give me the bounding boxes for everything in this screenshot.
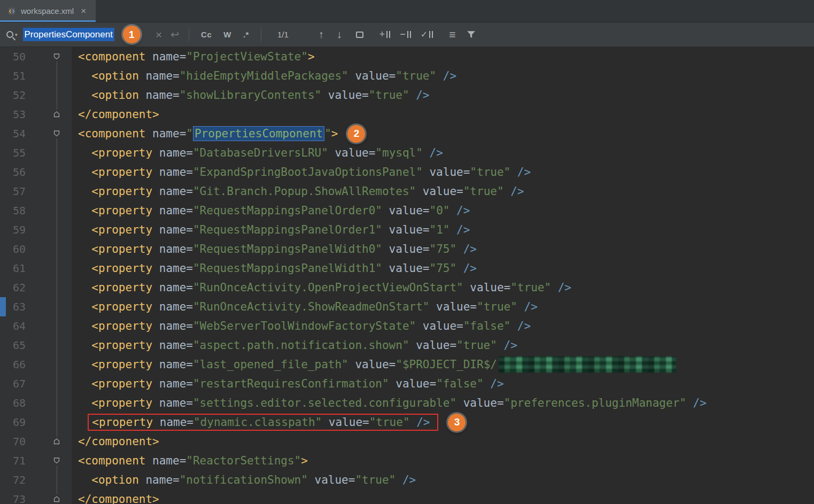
add-occurrence-icon[interactable]: + xyxy=(379,29,391,40)
line-number: 57 xyxy=(13,185,26,198)
clear-search-icon[interactable]: × xyxy=(156,28,162,41)
tab-close-icon[interactable]: × xyxy=(81,6,86,17)
code-line[interactable]: 56<property name="ExpandSpringBootJavaOp… xyxy=(0,162,814,182)
gutter-line-number[interactable]: 71 xyxy=(0,451,42,470)
code-line[interactable]: 65<property name="aspect.path.notificati… xyxy=(0,336,814,355)
search-input[interactable]: PropertiesComponent xyxy=(23,29,114,40)
regex-toggle[interactable]: .* xyxy=(243,30,249,39)
code-line[interactable]: 60<property name="RequestMappingsPanelWi… xyxy=(0,239,814,259)
code-token: value= xyxy=(456,397,504,409)
code-line[interactable]: 72<option name="notificationShown" value… xyxy=(0,470,814,490)
gutter-line-number[interactable]: 64 xyxy=(0,316,42,336)
caret-bars xyxy=(429,31,433,38)
next-occurrence-icon[interactable]: ↓ xyxy=(337,28,342,41)
gutter-line-number[interactable]: 62 xyxy=(0,278,42,297)
gutter-line-number[interactable]: 70 xyxy=(0,432,42,451)
gutter-line-number[interactable]: 52 xyxy=(0,86,42,105)
code-line[interactable]: 52<option name="showLibraryContents" val… xyxy=(0,86,814,105)
newline-icon[interactable]: ↩ xyxy=(170,28,179,41)
code-token: <property xyxy=(91,397,152,409)
gutter-line-number[interactable]: 68 xyxy=(0,393,42,413)
code-token: "1" xyxy=(429,223,449,236)
fold-marker-icon[interactable] xyxy=(42,105,72,124)
gutter-line-number[interactable]: 59 xyxy=(0,220,42,239)
prev-occurrence-icon[interactable]: ↑ xyxy=(319,28,324,41)
code-line[interactable]: 73</component> xyxy=(0,490,814,504)
line-number: 66 xyxy=(13,358,26,371)
gutter-line-number[interactable]: 60 xyxy=(0,239,42,259)
gutter-line-number[interactable]: 53 xyxy=(0,105,42,124)
code-line[interactable]: 54<component name="PropertiesComponent">… xyxy=(0,124,814,143)
gutter-line-number[interactable]: 67 xyxy=(0,374,42,393)
code-token: /> xyxy=(409,89,430,102)
code-token: "mysql" xyxy=(375,146,423,159)
match-case-toggle[interactable]: Cc xyxy=(201,30,212,39)
gutter-line-number[interactable]: 73 xyxy=(0,490,42,504)
gutter-fold-column xyxy=(42,470,72,490)
gutter-line-number[interactable]: 69 xyxy=(0,413,42,432)
fold-marker-icon[interactable] xyxy=(42,47,72,66)
code-line[interactable]: 69<property name="dynamic.classpath" val… xyxy=(0,413,814,432)
code-text: <property name="last_opened_file_path" v… xyxy=(72,355,676,374)
code-token: "restartRequiresConfirmation" xyxy=(193,377,389,390)
fold-marker-icon[interactable] xyxy=(42,451,72,470)
code-token: /> xyxy=(410,416,430,429)
code-line[interactable]: 59<property name="RequestMappingsPanelOr… xyxy=(0,220,814,239)
code-line[interactable]: 53</component> xyxy=(0,105,814,124)
code-text: <option name="showLibraryContents" value… xyxy=(72,86,430,105)
code-line[interactable]: 67<property name="restartRequiresConfirm… xyxy=(0,374,814,393)
gutter-line-number[interactable]: 66 xyxy=(0,355,42,374)
code-token: value= xyxy=(416,320,463,332)
code-token: /> xyxy=(510,320,531,332)
gutter-line-number[interactable]: 72 xyxy=(0,470,42,490)
code-token: name= xyxy=(152,223,193,236)
code-token: value= xyxy=(308,474,355,486)
gutter-line-number[interactable]: 51 xyxy=(0,66,42,86)
open-in-find-window-icon[interactable] xyxy=(356,32,363,38)
window-icon xyxy=(356,32,363,38)
code-line[interactable]: 50<component name="ProjectViewState"> xyxy=(0,47,814,66)
gutter-line-number[interactable]: 50 xyxy=(0,47,42,66)
gutter-line-number[interactable]: 61 xyxy=(0,259,42,278)
code-line[interactable]: 66<property name="last_opened_file_path"… xyxy=(0,355,814,374)
code-line[interactable]: 58<property name="RequestMappingsPanelOr… xyxy=(0,201,814,220)
view-options-icon[interactable]: ≡ xyxy=(449,28,455,41)
tab-workspace-xml[interactable]: workspace.xml × xyxy=(0,0,96,22)
code-line[interactable]: 63<property name="RunOnceActivity.ShowRe… xyxy=(0,297,814,316)
fold-marker-icon[interactable] xyxy=(42,490,72,504)
gutter-line-number[interactable]: 57 xyxy=(0,182,42,201)
gutter-line-number[interactable]: 54 xyxy=(0,124,42,143)
gutter-line-number[interactable]: 63 xyxy=(0,297,42,316)
remove-occurrence-icon[interactable]: − xyxy=(400,29,411,40)
gutter-line-number[interactable]: 58 xyxy=(0,201,42,220)
code-line[interactable]: 64<property name="WebServerToolWindowFac… xyxy=(0,316,814,336)
code-token: <property xyxy=(91,146,152,159)
code-token: /> xyxy=(456,243,477,255)
code-editor[interactable]: 50<component name="ProjectViewState">51<… xyxy=(0,47,814,504)
code-line[interactable]: 68<property name="settings.editor.select… xyxy=(0,393,814,413)
gutter-line-number[interactable]: 56 xyxy=(0,162,42,182)
code-line[interactable]: 70</component> xyxy=(0,432,814,451)
gutter-line-number[interactable]: 55 xyxy=(0,143,42,162)
fold-marker-icon[interactable] xyxy=(42,432,72,451)
words-toggle[interactable]: W xyxy=(223,30,231,39)
code-line[interactable]: 57<property name="Git.Branch.Popup.ShowA… xyxy=(0,182,814,201)
line-number: 53 xyxy=(13,108,26,121)
filter-icon[interactable] xyxy=(467,30,476,38)
line-number: 60 xyxy=(13,243,26,255)
code-line[interactable]: 55<property name="DatabaseDriversLRU" va… xyxy=(0,143,814,162)
code-line[interactable]: 51<option name="hideEmptyMiddlePackages"… xyxy=(0,66,814,86)
code-token: <option xyxy=(91,89,139,102)
search-icon[interactable]: ▾ xyxy=(6,31,18,38)
code-token: name= xyxy=(152,300,193,313)
gutter-fold-column xyxy=(42,201,72,220)
code-line[interactable]: 62<property name="RunOnceActivity.OpenPr… xyxy=(0,278,814,297)
code-token: name= xyxy=(139,89,180,102)
gutter-line-number[interactable]: 65 xyxy=(0,336,42,355)
code-token: name= xyxy=(139,69,180,82)
gutter-fold-column xyxy=(42,143,72,162)
code-line[interactable]: 61<property name="RequestMappingsPanelWi… xyxy=(0,259,814,278)
fold-marker-icon[interactable] xyxy=(42,124,72,143)
select-all-occurrences-icon[interactable]: ✓ xyxy=(421,29,433,40)
code-line[interactable]: 71<component name="ReactorSettings"> xyxy=(0,451,814,470)
